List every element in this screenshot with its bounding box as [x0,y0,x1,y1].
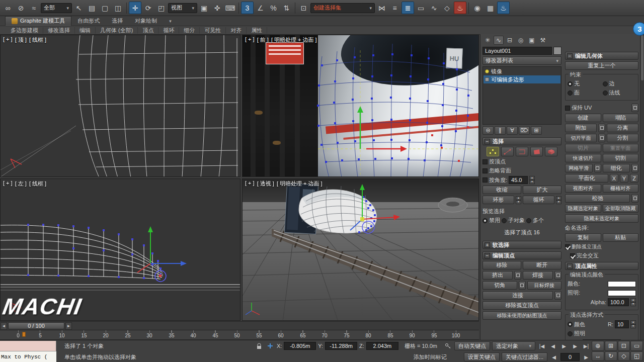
viewport-top[interactable]: [ + ] [ 顶 ] [ 线框 ] [0,35,240,177]
time-slider[interactable]: ◄ 0 / 100 ► [0,321,479,330]
collapse-button[interactable]: 塌陷 [603,114,639,122]
hide-selected-button[interactable]: 隐藏选定对象 [565,204,601,213]
collapse-icon[interactable]: − [485,253,490,258]
ribbon-minimize-button[interactable]: ▾ [163,16,178,26]
keyboard-override-icon[interactable]: ⌨ [224,2,236,14]
viewport-menu-shading[interactable]: [ 明暗处理 + 边面 ] [277,180,323,188]
viewport-menu-general[interactable]: [ + ] [245,180,255,188]
select-and-manipulate-icon[interactable]: ✜ [211,2,223,14]
connect-settings-button[interactable] [554,291,561,300]
panel-edit[interactable]: 编辑 [75,27,96,34]
vertex-color-swatch[interactable] [608,281,636,287]
snap-toggle-icon[interactable]: 3 [241,2,254,14]
tab-modify[interactable]: ∿ [494,36,504,45]
maximize-viewport-icon[interactable]: ◱ [630,351,643,361]
select-and-link-icon[interactable]: ∞ [2,2,14,14]
viewport-menu-general[interactable]: [ + ] [3,36,13,44]
bind-to-space-warp-icon[interactable]: ≈ [28,2,40,14]
rollout-soft-selection[interactable]: + 软选择 [482,241,561,249]
panel-align[interactable]: 对齐 [226,27,247,34]
preview-multiple-radio[interactable] [526,218,531,223]
fov-icon[interactable]: ◇ [618,351,630,361]
zoom-all-icon[interactable]: ⊞ [605,341,617,351]
angle-field[interactable]: 45.0 [509,176,528,184]
material-editor-icon[interactable]: ◉ [471,2,484,14]
tab-create[interactable]: ✳ [482,36,493,45]
absolute-offset-icon[interactable] [266,341,275,350]
relax-settings-button[interactable] [631,194,638,203]
schematic-view-icon[interactable]: ◇ [441,2,453,14]
select-and-scale-icon[interactable]: ◰ [155,2,168,14]
align-icon[interactable]: ≡ [388,2,401,14]
viewport-menu-pov[interactable]: [ 左 ] [15,180,27,188]
viewport-menu-shading[interactable]: [ 明暗处理 + 边面 ] [271,36,317,44]
grow-button[interactable]: 扩大 [523,186,561,194]
angle-snap-icon[interactable]: ∠ [254,2,267,14]
zoom-region-icon[interactable]: ▭ [630,341,643,351]
spinner-up-icon[interactable]: ▴ [630,298,636,302]
weld-button[interactable]: 焊接 [523,271,553,280]
subobject-element-button[interactable] [545,147,557,156]
pin-stack-button[interactable]: ⊝ [482,126,494,135]
previous-key-button[interactable]: ◀ [549,352,558,361]
planar-z-button[interactable]: Z [630,174,638,183]
weld-settings-button[interactable] [554,271,561,280]
subobject-vertex-button[interactable] [487,147,499,156]
preview-disable-radio[interactable] [482,218,488,223]
subobject-polygon-button[interactable] [530,147,543,156]
spinner-up-icon[interactable]: ▴ [529,176,535,180]
delete-isolated-vertices-checkbox[interactable] [565,244,570,249]
tab-hierarchy[interactable]: ⊟ [505,36,515,45]
viewport-menu-general[interactable]: [ + ] [3,180,13,188]
ignore-backfacing-checkbox[interactable] [482,168,488,173]
planar-x-button[interactable]: X [610,174,618,183]
viewport-menu-pov[interactable]: [ 透视 ] [257,180,274,188]
stack-item-mirror[interactable]: 镜像 [484,67,560,75]
ribbon-toggle-icon[interactable]: ▭ [415,2,427,14]
viewport-menu-pov[interactable]: [ 前 ] [257,36,269,44]
spinner-up-icon[interactable]: ▴ [630,320,636,324]
time-forward-button[interactable]: ► [65,322,72,330]
select-by-illumination-radio[interactable] [568,331,573,336]
slice-plane-button[interactable]: 切片平面 [565,134,597,142]
spinner-down-icon[interactable]: ▾ [630,302,636,306]
subobject-border-button[interactable] [516,147,528,156]
chamfer-settings-button[interactable] [519,281,526,290]
select-by-name-icon[interactable]: ▤ [86,2,98,14]
zoom-extents-icon[interactable]: ⊡ [618,341,630,351]
connect-button[interactable]: 连接 [482,291,553,300]
select-and-rotate-icon[interactable]: ⟳ [142,2,154,14]
unlink-selection-icon[interactable]: ⊘ [15,2,27,14]
subobject-edge-button[interactable] [501,147,514,156]
preserve-uv-checkbox[interactable] [565,106,570,111]
by-vertex-checkbox[interactable] [482,159,488,164]
show-end-result-button[interactable]: ∥ [495,126,506,135]
render-production-icon[interactable]: ♨ [497,2,510,14]
modifier-enabled-icon[interactable] [485,69,489,73]
select-and-move-icon[interactable]: ✛ [129,2,141,14]
tab-utilities[interactable]: ⚒ [538,36,548,45]
add-time-tag[interactable]: 添加时间标记 [414,353,447,361]
panel-visibility[interactable]: 可见性 [200,27,226,34]
next-key-button[interactable]: ▶ [582,352,591,361]
by-angle-checkbox[interactable] [482,177,488,183]
rollout-selection[interactable]: − 选择 [482,137,561,145]
msmooth-settings-button[interactable] [594,164,601,172]
ring-button[interactable]: 环形 [482,196,514,204]
selection-filter-dropdown[interactable]: 全部 ▾ [41,3,72,13]
shrink-button[interactable]: 收缩 [482,186,521,194]
remove-unused-map-verts-button[interactable]: 移除未使用的贴图顶点 [482,311,561,320]
hide-unselected-button[interactable]: 隐藏未选定对象 [565,214,638,223]
tab-object-paint[interactable]: 对象绘制 [129,16,163,26]
window-crossing-icon[interactable]: ◫ [112,2,124,14]
layer-manager-icon[interactable]: ≣ [401,2,414,14]
attach-button[interactable]: 附加 [565,124,597,132]
reference-coordinate-dropdown[interactable]: 视图 ▾ [168,3,197,13]
slice-button[interactable]: 切片 [565,144,601,152]
select-object-icon[interactable]: ↖ [72,2,85,14]
previous-frame-button[interactable]: ◀ [548,341,557,350]
tab-graphite[interactable]: Graphite 建模工具 [5,16,71,26]
make-planar-button[interactable]: 平面化 [565,174,608,183]
macro-recorder-pane[interactable] [0,341,56,351]
viewport-menu-shading[interactable]: [ 线框 ] [29,180,46,188]
